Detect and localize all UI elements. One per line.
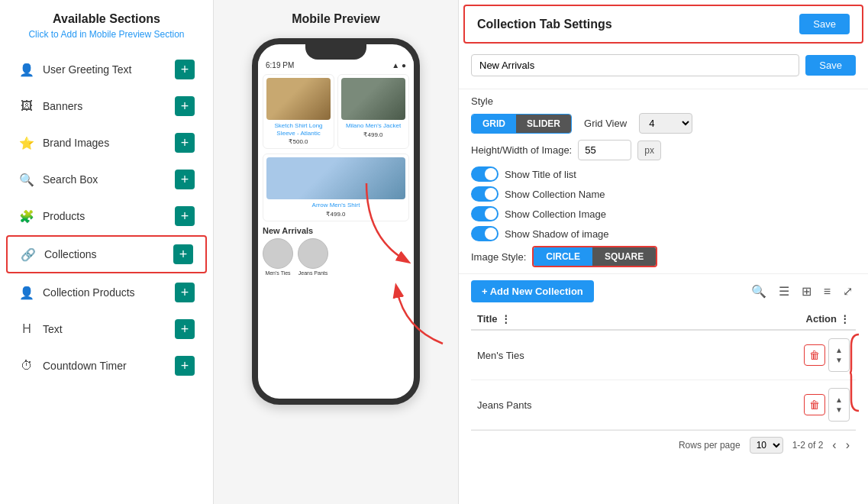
name-save-button[interactable]: Save xyxy=(805,55,856,76)
grid-slider-toggle: GRID SLIDER xyxy=(471,114,572,134)
add-btn-countdown-timer[interactable]: + xyxy=(175,356,195,376)
sidebar-label-banners: Banners xyxy=(43,100,175,112)
phone-content: Sketch Shirt Long Sleeve - Atlantic ₹500… xyxy=(258,71,414,279)
sidebar-item-brand-images[interactable]: ⭐ Brand Images + xyxy=(6,125,207,160)
row-actions-1: 🗑 ▲ ▼ xyxy=(773,388,850,422)
style-row: GRID SLIDER Grid View 4 2 3 xyxy=(471,113,856,134)
delete-btn-1[interactable]: 🗑 xyxy=(804,394,825,415)
add-btn-user-greeting[interactable]: + xyxy=(175,60,195,79)
slider-button[interactable]: SLIDER xyxy=(516,115,571,133)
columns-toolbar-icon[interactable]: ⊞ xyxy=(799,283,815,300)
filter-toolbar-icon[interactable]: ☰ xyxy=(776,283,792,300)
toggle-switch-show-title[interactable] xyxy=(471,166,499,182)
order-up-1: ▲ xyxy=(835,396,843,404)
product-card-2: Milano Men's Jacket ₹499.0 xyxy=(337,74,409,149)
sidebar-item-collection-products[interactable]: 👤 Collection Products + xyxy=(6,275,207,310)
product-price-2: ₹499.0 xyxy=(341,131,405,138)
rows-per-page-select[interactable]: 10 25 50 xyxy=(750,437,783,454)
toggle-switch-show-shadow[interactable] xyxy=(471,226,499,241)
sidebar-label-collections: Collections xyxy=(44,248,173,260)
search-toolbar-icon[interactable]: 🔍 xyxy=(748,283,770,300)
product-img-2 xyxy=(341,78,405,120)
product-price-3: ₹499.0 xyxy=(266,211,405,218)
expand-toolbar-icon[interactable]: ⤢ xyxy=(840,283,856,300)
left-panel-title: Available Sections xyxy=(0,12,213,26)
table-row: Men's Ties 🗑 ▲ ▼ xyxy=(471,331,856,380)
row-title-0: Men's Ties xyxy=(477,350,773,361)
image-style-row: Image Style: CIRCLE SQUARE xyxy=(471,246,856,267)
col-title-label: Title xyxy=(477,313,498,325)
name-field-row: Save xyxy=(471,54,856,76)
row-title-1: Jeans Pants xyxy=(477,399,773,411)
phone-signal: ▲ ● xyxy=(392,61,406,69)
toggle-row-show-shadow: Show Shadow of image xyxy=(471,226,856,241)
collection-name-input[interactable] xyxy=(471,54,799,76)
hw-input[interactable] xyxy=(578,140,631,160)
collection-circle-label-2: Jeans Pants xyxy=(298,270,328,276)
col-action-icon: ⋮ xyxy=(840,313,850,325)
sidebar-item-user-greeting[interactable]: 👤 User Greeting Text + xyxy=(6,52,207,87)
add-btn-text[interactable]: + xyxy=(175,319,195,339)
image-style-label: Image Style: xyxy=(471,251,526,263)
image-style-toggle: CIRCLE SQUARE xyxy=(532,246,657,267)
table-row: Jeans Pants 🗑 ▲ ▼ xyxy=(471,380,856,430)
save-button[interactable]: Save xyxy=(799,14,850,34)
collection-section-heading: New Arrivals xyxy=(263,226,409,235)
product-img-3 xyxy=(266,157,405,199)
phone-frame: 6:19 PM ▲ ● Sketch Shirt Long Sleeve - A… xyxy=(252,38,420,405)
square-button[interactable]: SQUARE xyxy=(592,247,656,266)
sidebar-item-text[interactable]: H Text + xyxy=(6,312,207,347)
collection-circle-1 xyxy=(263,238,293,269)
add-btn-collection-products[interactable]: + xyxy=(175,283,195,302)
add-btn-search-box[interactable]: + xyxy=(175,170,195,189)
order-down-1: ▼ xyxy=(835,405,843,414)
toggle-switch-show-collection-image[interactable] xyxy=(471,206,499,221)
sidebar-item-collections[interactable]: 🔗 Collections + xyxy=(6,235,207,273)
add-btn-products[interactable]: + xyxy=(175,206,195,226)
sidebar-label-collection-products: Collection Products xyxy=(43,286,175,299)
phone-time: 6:19 PM xyxy=(266,61,294,69)
sidebar-icon-countdown-timer: ⏱ xyxy=(18,357,35,374)
toggle-label-show-collection-name: Show Collection Name xyxy=(505,189,605,200)
col-title-icon: ⋮ xyxy=(501,313,511,325)
circle-button[interactable]: CIRCLE xyxy=(534,247,592,266)
order-btn-1[interactable]: ▲ ▼ xyxy=(828,388,850,422)
product-name-1: Sketch Shirt Long Sleeve - Atlantic xyxy=(266,122,331,137)
grid-view-select[interactable]: 4 2 3 xyxy=(639,113,692,134)
order-btn-0[interactable]: ▲ ▼ xyxy=(828,338,850,372)
toggle-switch-show-collection-name[interactable] xyxy=(471,186,499,202)
phone-notch xyxy=(305,44,366,60)
toolbar-icons: 🔍 ☰ ⊞ ≡ ⤢ xyxy=(748,283,856,300)
order-down-0: ▼ xyxy=(835,356,843,364)
right-panel: Collection Tab Settings Save Save Style … xyxy=(458,0,868,504)
sidebar-item-countdown-timer[interactable]: ⏱ Countdown Timer + xyxy=(6,348,207,383)
sidebar-label-text: Text xyxy=(43,323,175,335)
table-footer: Rows per page 10 25 50 1-2 of 2 ‹ › xyxy=(471,430,856,460)
sidebar-icon-text: H xyxy=(18,321,35,338)
delete-btn-0[interactable]: 🗑 xyxy=(804,344,825,366)
section-list: 👤 User Greeting Text + 🖼 Banners + ⭐ Bra… xyxy=(0,52,213,383)
hw-row: Height/Width of Image: px xyxy=(471,140,856,160)
list-toolbar-icon[interactable]: ≡ xyxy=(821,283,834,300)
middle-panel: Mobile Preview 6:19 PM ▲ ● Sketch Shirt … xyxy=(214,0,458,417)
right-header-title: Collection Tab Settings xyxy=(477,18,612,31)
sidebar-icon-collection-products: 👤 xyxy=(18,284,35,301)
sidebar-item-search-box[interactable]: 🔍 Search Box + xyxy=(6,162,207,197)
sidebar-item-products[interactable]: 🧩 Products + xyxy=(6,199,207,234)
product-card-3: Arrow Men's Shirt ₹499.0 xyxy=(263,153,409,221)
table-header: Title ⋮ Action ⋮ xyxy=(471,309,856,331)
sidebar-item-banners[interactable]: 🖼 Banners + xyxy=(6,89,207,124)
prev-page-button[interactable]: ‹ xyxy=(832,438,836,452)
add-btn-banners[interactable]: + xyxy=(175,96,195,116)
pagination-text: 1-2 of 2 xyxy=(792,440,824,451)
add-btn-collections[interactable]: + xyxy=(173,244,193,264)
style-label: Style xyxy=(471,95,856,107)
sidebar-label-search-box: Search Box xyxy=(43,173,175,186)
sidebar-icon-banners: 🖼 xyxy=(18,98,35,115)
product-name-2: Milano Men's Jacket xyxy=(341,122,405,130)
add-collection-button[interactable]: + Add New Collection xyxy=(471,280,594,302)
toggle-list: Show Title of list Show Collection Name … xyxy=(471,166,856,241)
add-btn-brand-images[interactable]: + xyxy=(175,133,195,153)
grid-button[interactable]: GRID xyxy=(472,115,516,133)
next-page-button[interactable]: › xyxy=(846,438,850,452)
